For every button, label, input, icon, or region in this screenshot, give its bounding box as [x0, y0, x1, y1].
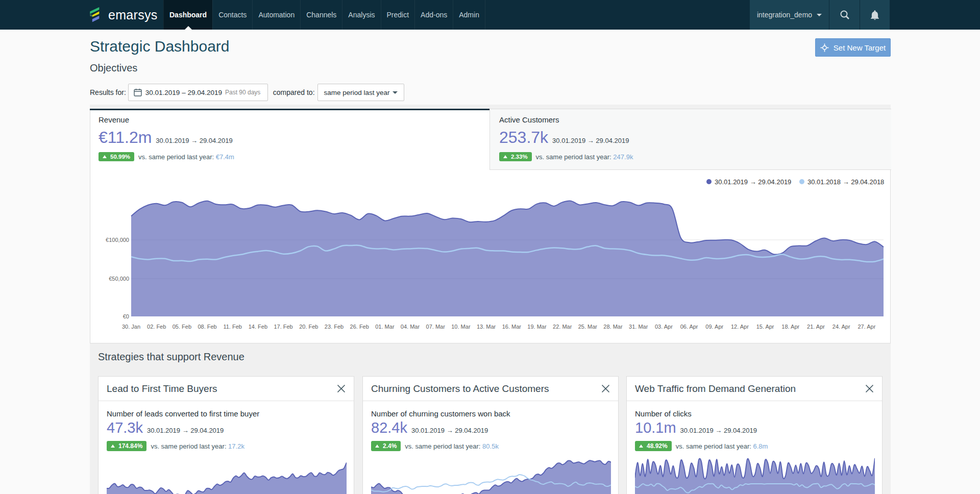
svg-text:14. Feb: 14. Feb	[249, 324, 267, 330]
svg-text:18. Apr: 18. Apr	[781, 324, 799, 330]
svg-text:07. Mar: 07. Mar	[426, 324, 446, 330]
svg-text:21. Apr: 21. Apr	[807, 324, 825, 330]
svg-text:04. Mar: 04. Mar	[401, 324, 420, 330]
svg-text:13. Mar: 13. Mar	[477, 324, 496, 330]
svg-text:06. Apr: 06. Apr	[680, 324, 698, 330]
svg-text:28. Mar: 28. Mar	[603, 324, 623, 330]
svg-text:08. Feb: 08. Feb	[198, 324, 216, 330]
svg-text:01. Mar: 01. Mar	[375, 324, 395, 330]
svg-text:11. Feb: 11. Feb	[223, 324, 242, 330]
svg-text:23. Feb: 23. Feb	[325, 324, 344, 330]
svg-text:31. Mar: 31. Mar	[629, 324, 648, 330]
svg-text:22. Mar: 22. Mar	[553, 324, 572, 330]
svg-text:25. Mar: 25. Mar	[578, 324, 598, 330]
svg-text:30.01.2019 → 29.04.2019: 30.01.2019 → 29.04.2019	[715, 178, 791, 186]
svg-text:€0: €0	[123, 313, 129, 319]
svg-text:10. Mar: 10. Mar	[451, 324, 471, 330]
svg-text:€100,000: €100,000	[106, 237, 129, 243]
svg-text:26. Feb: 26. Feb	[350, 324, 369, 330]
svg-text:30. Jan: 30. Jan	[122, 324, 140, 330]
svg-text:16. Mar: 16. Mar	[502, 324, 522, 330]
svg-text:09. Apr: 09. Apr	[705, 324, 723, 330]
svg-text:15. Apr: 15. Apr	[756, 324, 774, 330]
svg-text:30.01.2018 → 29.04.2018: 30.01.2018 → 29.04.2018	[807, 178, 884, 186]
svg-text:05. Feb: 05. Feb	[173, 324, 191, 330]
svg-text:17. Feb: 17. Feb	[274, 324, 292, 330]
svg-text:02. Feb: 02. Feb	[147, 324, 166, 330]
svg-text:03. Apr: 03. Apr	[655, 324, 673, 330]
svg-text:19. Mar: 19. Mar	[527, 324, 547, 330]
svg-text:20. Feb: 20. Feb	[299, 324, 318, 330]
svg-text:€50,000: €50,000	[109, 276, 129, 282]
svg-text:27. Apr: 27. Apr	[857, 324, 875, 330]
svg-text:12. Apr: 12. Apr	[731, 324, 749, 330]
svg-text:24. Apr: 24. Apr	[832, 324, 850, 330]
